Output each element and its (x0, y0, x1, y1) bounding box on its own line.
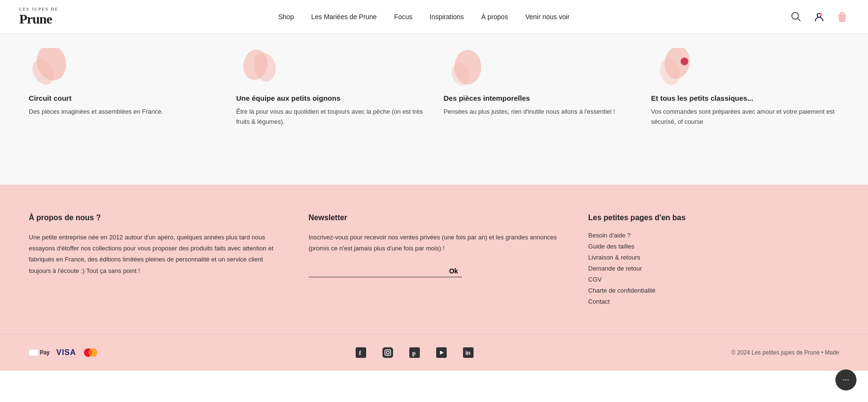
feature-item-3: Des pièces intemporelles Pensées au plus… (444, 43, 632, 127)
instagram-icon[interactable] (381, 346, 394, 359)
footer-link-retour[interactable]: Demande de retour (588, 265, 839, 272)
logo-sub: LES JUPES DE (19, 7, 58, 12)
feature-icon-2 (236, 43, 425, 86)
bag-icon[interactable] (835, 10, 849, 24)
nav-apropos[interactable]: À propos (481, 13, 508, 21)
footer-bottom: Pay VISA f (0, 334, 868, 371)
footer-newsletter-body: Inscrivez-vous pour recevoir nos ventes … (309, 232, 560, 254)
footer-newsletter-title: Newsletter (309, 213, 560, 222)
svg-text:in: in (465, 350, 471, 356)
svg-text:p: p (412, 349, 416, 356)
feature-item-1: Circuit court Des pièces imaginées et as… (29, 43, 217, 127)
nav-mariees[interactable]: Les Mariées de Prune (311, 13, 377, 21)
footer: À propos de nous ? Une petite entreprise… (0, 185, 868, 371)
footer-about: À propos de nous ? Une petite entreprise… (29, 213, 280, 305)
svg-line-1 (798, 18, 801, 21)
feature-title-2: Une équipe aux petits oignons (236, 94, 425, 102)
nav-focus[interactable]: Focus (394, 13, 412, 21)
svg-point-3 (820, 13, 822, 16)
svg-rect-14 (29, 349, 38, 356)
footer-link-contact[interactable]: Contact (588, 298, 839, 305)
newsletter-input[interactable] (309, 263, 445, 275)
feature-item-4: Et tous les petits classiques... Vos com… (651, 43, 839, 127)
footer-link-livraison[interactable]: Livraison & retours (588, 254, 839, 261)
nav-inspirations[interactable]: Inspirations (429, 13, 464, 21)
feature-title-4: Et tous les petits classiques... (651, 94, 839, 102)
social-icons: f p (354, 346, 475, 359)
nav-shop[interactable]: Shop (278, 13, 294, 21)
features-section: Circuit court Des pièces imaginées et as… (29, 34, 839, 156)
footer-about-title: À propos de nous ? (29, 213, 280, 222)
svg-text:f: f (359, 349, 361, 356)
feature-icon-4 (651, 43, 839, 86)
feature-desc-1: Des pièces imaginées et assemblées en Fr… (29, 107, 217, 117)
user-icon[interactable] (812, 10, 826, 24)
apple-pay-icon: Pay (29, 349, 49, 356)
logo[interactable]: LES JUPES DE Prune (19, 7, 58, 26)
svg-point-22 (390, 350, 391, 351)
feature-icon-3 (444, 43, 632, 86)
linkedin-icon[interactable]: in (462, 346, 475, 359)
svg-point-12 (681, 58, 688, 65)
search-icon[interactable] (789, 10, 803, 24)
svg-point-0 (792, 12, 799, 19)
feature-icon-1 (29, 43, 217, 86)
payment-icons: Pay VISA (29, 348, 98, 357)
visa-icon: VISA (56, 348, 76, 357)
nav-links: Shop Les Mariées de Prune Focus Inspirat… (278, 13, 569, 21)
svg-rect-19 (382, 347, 393, 358)
feature-title-1: Circuit court (29, 94, 217, 102)
footer-top: À propos de nous ? Une petite entreprise… (29, 213, 839, 334)
footer-about-body: Une petite entreprise née en 2012 autour… (29, 232, 280, 277)
feature-desc-4: Vos commandes sont préparées avec amour … (651, 107, 839, 127)
footer-main: À propos de nous ? Une petite entreprise… (0, 185, 868, 334)
logo-main: Prune (19, 12, 52, 26)
footer-pages-title: Les petites pages d'en bas (588, 213, 839, 222)
navigation: LES JUPES DE Prune Shop Les Mariées de P… (0, 0, 868, 34)
feature-desc-3: Pensées au plus justes, rien d'inutile n… (444, 107, 632, 117)
nav-actions (789, 10, 849, 24)
footer-link-tailles[interactable]: Guide des tailles (588, 243, 839, 250)
feature-item-2: Une équipe aux petits oignons Être là po… (236, 43, 425, 127)
newsletter-form: Ok (309, 263, 462, 277)
feature-desc-2: Être là pour vous au quotidien et toujou… (236, 107, 425, 127)
copyright-text: © 2024 Les petites jupes de Prune • Made (731, 349, 839, 356)
pinterest-icon[interactable]: p (408, 346, 421, 359)
footer-link-aide[interactable]: Besoin d'aide ? (588, 232, 839, 239)
footer-link-cgv[interactable]: CGV (588, 276, 839, 283)
newsletter-submit-button[interactable]: Ok (445, 267, 462, 275)
footer-links: Besoin d'aide ? Guide des tailles Livrai… (588, 232, 839, 305)
footer-link-confidentialite[interactable]: Charte de confidentialité (588, 287, 839, 294)
facebook-icon[interactable]: f (354, 346, 368, 359)
svg-point-8 (255, 54, 266, 66)
mastercard-icon (83, 348, 98, 357)
feature-title-3: Des pièces intemporelles (444, 94, 632, 102)
nav-venir[interactable]: Venir nous voir (525, 13, 570, 21)
footer-pages: Les petites pages d'en bas Besoin d'aide… (588, 213, 839, 305)
main-content: Circuit court Des pièces imaginées et as… (0, 34, 868, 185)
youtube-icon[interactable] (435, 346, 448, 359)
footer-newsletter: Newsletter Inscrivez-vous pour recevoir … (309, 213, 560, 305)
